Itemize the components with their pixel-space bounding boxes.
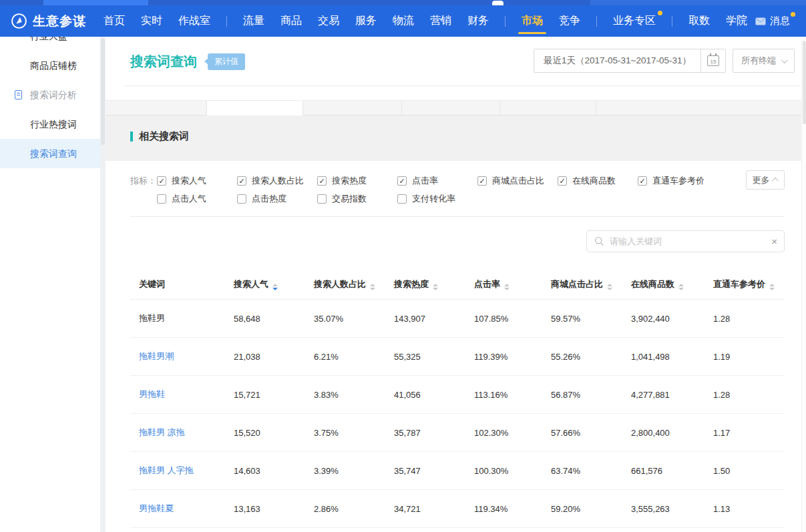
metric-row1-4[interactable]: ✓商城点击占比 (477, 175, 558, 187)
metric-row1-2[interactable]: ✓搜索热度 (317, 175, 397, 187)
checkbox-checked-icon[interactable]: ✓ (157, 176, 166, 186)
checkbox-checked-icon[interactable]: ✓ (397, 176, 407, 186)
nav-item-6[interactable]: 交易 (310, 5, 347, 37)
metric-row1-3[interactable]: ✓点击率 (397, 175, 477, 187)
nav-item-12[interactable]: 市场 (514, 5, 551, 37)
brand[interactable]: 生意参谋 (11, 13, 86, 30)
checkbox-unchecked-icon[interactable] (237, 194, 246, 204)
nav-item-1[interactable]: 实时 (133, 5, 170, 37)
column-header-6[interactable]: 在线商品数 (631, 270, 713, 300)
page-scrollbar[interactable] (801, 37, 806, 532)
nav-item-15[interactable]: 业务专区 (605, 5, 664, 37)
table-row: 拖鞋男58,64835.07%143,907107.85%59.57%3,902… (130, 300, 785, 338)
metrics-filter: 指标： ✓搜索人气✓搜索人数占比✓搜索热度✓点击率✓商城点击占比✓在线商品数✓直… (130, 172, 785, 208)
nav-item-8[interactable]: 物流 (385, 5, 422, 37)
sort-icon[interactable] (504, 284, 510, 290)
tab-4[interactable] (500, 101, 596, 115)
nav-item-2[interactable]: 作战室 (170, 5, 218, 37)
metric-row2-1[interactable]: 点击热度 (237, 193, 317, 205)
sidebar-item-0[interactable]: 行业大盘 (0, 37, 100, 51)
sort-icon[interactable] (607, 284, 612, 290)
checkbox-unchecked-icon[interactable] (157, 194, 166, 204)
nav-item-label: 物流 (393, 15, 414, 26)
sidebar-item-4[interactable]: 搜索词查询 (0, 139, 100, 168)
table-row: 男拖鞋夏13,1632.86%34,721119.34%59.20%3,555,… (130, 490, 785, 528)
metric-row1-6[interactable]: ✓直通车参考价 (638, 175, 704, 187)
checkbox-checked-icon[interactable]: ✓ (558, 176, 567, 186)
sidebar-item-1[interactable]: 商品店铺榜 (0, 51, 100, 80)
tab-0[interactable] (106, 101, 207, 115)
header-divider (124, 85, 806, 86)
column-header-7[interactable]: 直通车参考价 (713, 270, 785, 300)
terminal-filter-dropdown[interactable]: 所有终端 (733, 49, 795, 73)
nav-item-4[interactable]: 流量 (235, 5, 272, 37)
keyword-link[interactable]: 拖鞋男潮 (139, 351, 174, 361)
nav-item-13[interactable]: 竞争 (551, 5, 588, 37)
nav-item-label: 业务专区 (613, 15, 656, 26)
more-button[interactable]: 更多 (746, 170, 785, 190)
nav-item-label: 市场 (522, 15, 543, 26)
metric-row2-0[interactable]: 点击人气 (157, 193, 237, 205)
value-cell: 41,056 (394, 376, 474, 414)
tab-3[interactable] (402, 101, 500, 115)
nav-item-9[interactable]: 营销 (422, 5, 459, 37)
column-header-3[interactable]: 搜索热度 (394, 270, 474, 300)
value-cell: 28,737 (394, 528, 474, 532)
checkbox-unchecked-icon[interactable] (397, 194, 407, 204)
nav-item-10[interactable]: 财务 (459, 5, 497, 37)
date-range-picker[interactable]: 最近1天（2017-05-31~2017-05-31） 15 (534, 49, 726, 73)
checkbox-checked-icon[interactable]: ✓ (477, 176, 487, 186)
column-header-2[interactable]: 搜索人数占比 (314, 270, 394, 300)
column-header-1[interactable]: 搜索人气 (234, 270, 314, 300)
value-cell: 1.17 (713, 414, 785, 452)
metric-row1-5[interactable]: ✓在线商品数 (558, 175, 638, 187)
checkbox-checked-icon[interactable]: ✓ (638, 176, 647, 186)
checkbox-checked-icon[interactable]: ✓ (237, 176, 246, 186)
page-title: 搜索词查询 (130, 53, 197, 71)
sort-icon[interactable] (272, 284, 278, 290)
cell-value: 13,163 (234, 504, 260, 514)
checkbox-unchecked-icon[interactable] (317, 194, 327, 204)
column-header-5[interactable]: 商城点击占比 (551, 270, 631, 300)
value-cell: 3.39% (314, 452, 394, 490)
value-cell: 3.83% (314, 376, 394, 414)
sort-asc-icon (678, 284, 684, 286)
metric-row2-3[interactable]: 支付转化率 (397, 193, 455, 205)
nav-item-label: 取数 (688, 15, 710, 26)
value-cell: 661,576 (631, 452, 713, 490)
column-label: 直通车参考价 (713, 279, 765, 289)
clear-search-icon[interactable]: × (771, 235, 777, 248)
nav-item-5[interactable]: 商品 (272, 5, 310, 37)
page-scrollbar-thumb[interactable] (803, 41, 806, 124)
nav-item-18[interactable]: 学院 (718, 5, 755, 37)
column-header-4[interactable]: 点击率 (474, 270, 551, 300)
sort-icon[interactable] (433, 284, 438, 290)
sidebar-item-label: 搜索词分析 (30, 89, 77, 100)
keyword-search-input[interactable] (610, 236, 765, 246)
calendar-button[interactable]: 15 (700, 49, 725, 72)
metric-row1-0[interactable]: ✓搜索人气 (157, 175, 237, 187)
metric-row1-1[interactable]: ✓搜索人数占比 (237, 175, 317, 187)
nav-item-7[interactable]: 服务 (347, 5, 385, 37)
tab-2[interactable] (303, 101, 402, 115)
sort-icon[interactable] (678, 284, 684, 290)
nav-item-17[interactable]: 取数 (680, 5, 718, 37)
keyword-link[interactable]: 拖鞋男 人字拖 (139, 465, 194, 475)
metric-row2-2[interactable]: 交易指数 (317, 193, 397, 205)
sidebar-scrollbar[interactable] (100, 37, 106, 532)
keyword-link[interactable]: 男拖鞋 (139, 389, 165, 399)
keyword-link[interactable]: 男拖鞋夏 (139, 503, 174, 513)
sort-icon[interactable] (769, 284, 775, 290)
sidebar-item-3[interactable]: 行业热搜词 (0, 109, 100, 139)
checkbox-checked-icon[interactable]: ✓ (317, 176, 327, 186)
messages-button[interactable]: 消息 (755, 15, 795, 27)
cell-value: 119.34% (474, 504, 508, 514)
cell-value: 21,038 (234, 352, 260, 362)
nav-item-0[interactable]: 首页 (95, 5, 133, 37)
tab-1[interactable] (207, 101, 303, 115)
sidebar-scrollbar-thumb[interactable] (101, 38, 105, 145)
sort-icon[interactable] (370, 284, 375, 290)
nav-item-label: 流量 (243, 15, 264, 26)
keyword-cell: 拖鞋男潮 (130, 338, 234, 376)
keyword-link[interactable]: 拖鞋男 凉拖 (139, 427, 185, 437)
